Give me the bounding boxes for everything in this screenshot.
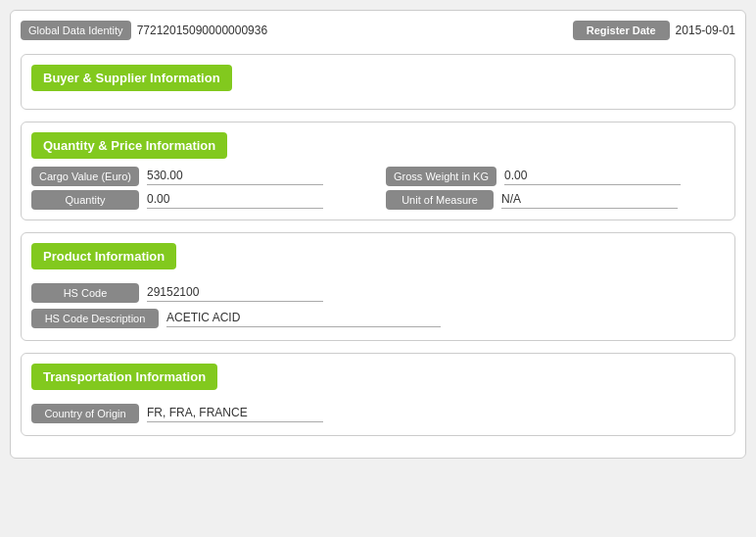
- buyer-supplier-header: Buyer & Supplier Information: [31, 65, 232, 91]
- hs-code-group: HS Code 29152100: [31, 283, 725, 303]
- unit-of-measure-group: Unit of Measure N/A: [386, 190, 725, 210]
- hs-code-desc-group: HS Code Description ACETIC ACID: [31, 309, 725, 328]
- quantity-uom-fields: Quantity 0.00 Unit of Measure N/A: [22, 186, 734, 210]
- hs-code-label: HS Code: [31, 283, 139, 303]
- country-origin-value: FR, FRA, FRANCE: [147, 406, 323, 422]
- header-row: Global Data Identity 7721201509000000093…: [21, 21, 735, 40]
- quantity-label: Quantity: [31, 190, 139, 210]
- cargo-value-value: 530.00: [147, 169, 323, 185]
- hs-code-desc-label: HS Code Description: [31, 309, 159, 328]
- register-date-value: 2015-09-01: [676, 24, 735, 37]
- cargo-value-label: Cargo Value (Euro): [31, 167, 139, 186]
- main-container: Global Data Identity 7721201509000000093…: [10, 10, 746, 459]
- hs-code-desc-value: ACETIC ACID: [166, 311, 441, 327]
- gross-weight-label: Gross Weight in KG: [386, 167, 496, 186]
- transportation-header: Transportation Information: [31, 364, 217, 390]
- quantity-price-fields: Cargo Value (Euro) 530.00 Gross Weight i…: [22, 167, 734, 186]
- product-section: Product Information HS Code 29152100 HS …: [21, 232, 735, 341]
- unit-of-measure-value: N/A: [501, 192, 678, 209]
- unit-of-measure-label: Unit of Measure: [386, 190, 494, 210]
- buyer-supplier-section: Buyer & Supplier Information: [21, 54, 735, 110]
- gross-weight-value: 0.00: [504, 169, 681, 185]
- hs-code-value: 29152100: [147, 285, 323, 302]
- global-data-identity-label: Global Data Identity: [21, 21, 131, 40]
- quantity-value: 0.00: [147, 192, 323, 209]
- quantity-price-header: Quantity & Price Information: [31, 132, 227, 159]
- global-identity-group: Global Data Identity 7721201509000000093…: [21, 21, 565, 40]
- cargo-value-group: Cargo Value (Euro) 530.00: [31, 167, 370, 186]
- register-date-group: Register Date 2015-09-01: [573, 21, 735, 40]
- quantity-price-section: Quantity & Price Information Cargo Value…: [21, 122, 735, 220]
- register-date-label: Register Date: [573, 21, 670, 40]
- quantity-group: Quantity 0.00: [31, 190, 370, 210]
- global-data-identity-value: 77212015090000000936: [137, 24, 565, 37]
- transportation-section: Transportation Information Country of Or…: [21, 353, 735, 436]
- gross-weight-group: Gross Weight in KG 0.00: [386, 167, 725, 186]
- product-header: Product Information: [31, 243, 176, 269]
- country-origin-group: Country of Origin FR, FRA, FRANCE: [31, 404, 725, 423]
- country-origin-label: Country of Origin: [31, 404, 139, 423]
